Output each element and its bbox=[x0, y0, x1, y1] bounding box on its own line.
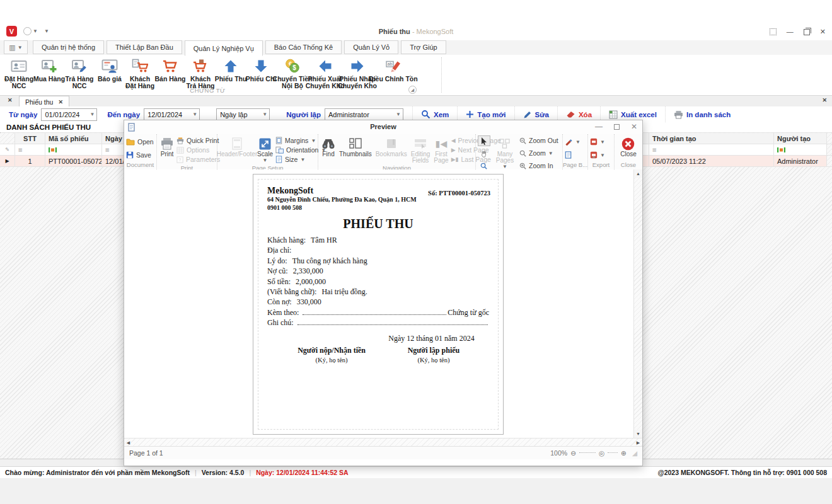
filter-cell[interactable]: = bbox=[649, 144, 774, 156]
zoom-in-button[interactable]: Zoom In bbox=[519, 161, 558, 170]
ribbon-tab-5[interactable]: Quản Lý Vỏ bbox=[344, 40, 398, 54]
zoom-in-slider-button[interactable]: ⊕ bbox=[621, 449, 627, 457]
ribbon-tab-2[interactable]: Thiết Lập Ban Đầu bbox=[107, 40, 182, 54]
page-color-button[interactable] bbox=[565, 151, 581, 159]
close-button[interactable]: ✕ bbox=[631, 122, 637, 131]
tabstrip-close-button[interactable]: ✕ bbox=[822, 97, 827, 103]
fullscreen-icon[interactable] bbox=[770, 28, 777, 35]
minimize-button[interactable]: — bbox=[787, 28, 794, 35]
vertical-scrollbar[interactable]: ▲ ▼ bbox=[633, 169, 642, 438]
column-header-4[interactable]: Thời gian tạo bbox=[649, 133, 774, 144]
print-button[interactable]: Print bbox=[159, 135, 175, 164]
scale-button[interactable]: Scale ▼ bbox=[256, 135, 274, 164]
zoom-out-slider-button[interactable]: ⊖ bbox=[570, 449, 576, 457]
ribbon-button-cart-return[interactable]: KháchTrả Hàng bbox=[185, 57, 216, 90]
parameters-button[interactable]: ? Parameters bbox=[176, 155, 220, 164]
many-pages-button[interactable]: Many Pages ▼ bbox=[492, 135, 518, 171]
creator-select[interactable]: Administrator ▼ bbox=[325, 108, 403, 121]
quick-print-button[interactable]: Quick Print bbox=[176, 136, 220, 145]
ribbon-tab-3[interactable]: Quản Lý Nghiệp Vụ bbox=[185, 40, 263, 56]
open-button[interactable]: Open bbox=[126, 137, 154, 146]
chevron-down-icon[interactable]: ▼ bbox=[88, 112, 96, 117]
hand-tool-button[interactable] bbox=[478, 149, 489, 159]
action-label: Xóa bbox=[579, 111, 592, 118]
group-launcher-icon[interactable]: ◢ bbox=[408, 86, 417, 94]
list-title-text: DANH SÁCH PHIẾU THU bbox=[6, 123, 91, 131]
ribbon-tab-1[interactable]: Quản trị hệ thống bbox=[33, 40, 104, 54]
tab-phieu-thu[interactable]: Phiếu thu ✕ bbox=[19, 96, 69, 107]
ribbon-button-label: Phiếu Chi bbox=[246, 76, 276, 83]
close-all-tabs-button[interactable]: ✕ bbox=[8, 97, 13, 103]
bookmarks-button[interactable]: Bookmarks bbox=[374, 135, 408, 164]
ribbon-button-arrow-left[interactable]: Phiếu XuấtChuyển Kho bbox=[309, 57, 341, 90]
chevron-down-icon[interactable]: ▼ bbox=[190, 112, 199, 117]
column-header-indicator[interactable] bbox=[0, 133, 15, 144]
filter-cell[interactable] bbox=[45, 144, 102, 156]
ribbon-button-cart[interactable]: Bán Hàng bbox=[155, 57, 185, 83]
thumbnails-button[interactable]: Thumbnails bbox=[338, 135, 373, 164]
date-type-select[interactable]: Ngày lập ▼ bbox=[216, 108, 270, 121]
ribbon-button-person-plus[interactable]: Mua Hàng bbox=[34, 57, 64, 83]
cell-nguoi-tao[interactable]: Administrator bbox=[774, 156, 827, 167]
cell-stt[interactable]: 1 bbox=[15, 156, 45, 167]
header-footer-button[interactable]: Header/Footer bbox=[219, 135, 255, 164]
zoom-icon bbox=[519, 150, 526, 157]
filter-row-indicator[interactable]: ✎ bbox=[0, 144, 15, 156]
maximize-button[interactable] bbox=[614, 124, 620, 130]
ribbon-button-cart-doc[interactable]: KháchĐặt Hàng bbox=[125, 57, 155, 90]
pointer-tool-button[interactable] bbox=[478, 135, 490, 146]
watermark-button[interactable]: ▼ bbox=[565, 137, 581, 146]
column-header-2[interactable]: Mã số phiếu bbox=[45, 133, 102, 144]
zoom-out-button[interactable]: Zoom Out bbox=[519, 136, 558, 145]
ribbon-tab-6[interactable]: Trợ Giúp bbox=[401, 40, 446, 54]
signature-left: Người nộp/Nhận tiền (Ký, họ tên) bbox=[280, 346, 383, 364]
horizontal-scrollbar[interactable]: ◀ ▶ bbox=[124, 438, 642, 447]
ribbon-button-person-pencil[interactable]: Trả HàngNCC bbox=[64, 57, 95, 90]
ribbon-button-highlighter[interactable]: abĐiều Chỉnh Tồn bbox=[374, 57, 413, 83]
preview-dialog-titlebar[interactable]: Preview — ✕ bbox=[124, 120, 642, 135]
editing-fields-button[interactable]: Editing Fields bbox=[410, 135, 432, 164]
close-button[interactable]: ✕ bbox=[820, 28, 826, 35]
export-send-button[interactable]: ▼ bbox=[590, 151, 605, 159]
doc-field-label: Ghi chú: bbox=[267, 318, 294, 328]
filter-cell[interactable] bbox=[774, 144, 827, 156]
pencil-icon bbox=[523, 110, 532, 119]
doc-field: Ghi chú: bbox=[267, 318, 489, 328]
ribbon-button-arrow-right[interactable]: Phiếu NhậpChuyển Kho bbox=[341, 57, 373, 90]
column-header-5[interactable]: Người tạo bbox=[774, 133, 827, 144]
cell-thoi-gian-tao[interactable]: 05/07/2023 11:22 bbox=[649, 156, 774, 167]
ribbon-button-quote-card[interactable]: Báo giá bbox=[95, 57, 125, 83]
printer-action-button[interactable]: In danh sách bbox=[665, 106, 739, 122]
slider-track[interactable] bbox=[579, 452, 596, 454]
zoom-button[interactable]: Zoom▼ bbox=[519, 149, 558, 158]
preview-dialog-title: Preview bbox=[124, 123, 642, 130]
doc-field-value: Hai triệu đồng. bbox=[321, 287, 367, 297]
ribbon-tab-4[interactable]: Báo Cáo Thống Kê bbox=[265, 40, 342, 54]
ribbon-button-arrow-up[interactable]: Phiếu Thu bbox=[216, 57, 246, 83]
column-header-1[interactable]: STT bbox=[15, 133, 45, 144]
close-tab-icon[interactable]: ✕ bbox=[58, 99, 63, 105]
save-button[interactable]: Save bbox=[126, 151, 154, 159]
restore-button[interactable] bbox=[804, 29, 810, 35]
ribbon-button-order-card[interactable]: Đặt HàngNCC bbox=[4, 57, 34, 90]
scroll-down-icon[interactable]: ▼ bbox=[634, 430, 642, 438]
slider-track[interactable] bbox=[608, 452, 618, 454]
close-preview-button[interactable]: Close bbox=[619, 135, 638, 161]
from-date-input[interactable]: 01/01/2024 ▼ bbox=[41, 108, 97, 121]
options-button[interactable]: Options bbox=[176, 146, 220, 154]
minimize-button[interactable]: — bbox=[595, 122, 603, 131]
resize-grip-icon[interactable]: ◢ bbox=[632, 449, 637, 457]
find-button[interactable]: Find bbox=[320, 135, 337, 164]
ribbon-layout-button[interactable]: ▥▼ bbox=[4, 40, 28, 54]
cell-ma-so-phieu[interactable]: PTT00001-050723 bbox=[45, 156, 102, 167]
first-page-button[interactable]: ▮◀ First Page bbox=[432, 135, 449, 164]
chevron-down-icon[interactable]: ▼ bbox=[260, 112, 269, 117]
export-document-button[interactable]: ▼ bbox=[590, 137, 605, 146]
filter-cell[interactable]: = bbox=[15, 144, 45, 156]
scroll-up-icon[interactable]: ▲ bbox=[634, 169, 642, 178]
zoom-slider-knob[interactable]: ◎ bbox=[599, 449, 604, 457]
chevron-down-icon[interactable]: ▼ bbox=[394, 112, 403, 117]
ribbon-button-coins[interactable]: €$Chuyển TiềnNội Bộ bbox=[276, 57, 309, 90]
to-date-input[interactable]: 12/01/2024 ▼ bbox=[144, 108, 200, 121]
ribbon-button-arrow-down[interactable]: Phiếu Chi bbox=[246, 57, 276, 83]
